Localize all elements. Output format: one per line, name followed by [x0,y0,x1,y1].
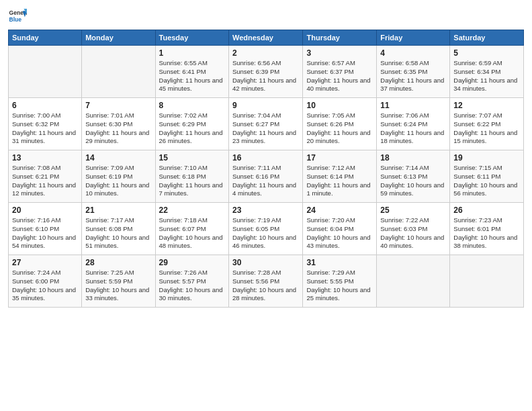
day-number: 28 [85,258,151,267]
calendar-cell: 17Sunrise: 7:12 AMSunset: 6:14 PMDayligh… [303,150,377,203]
day-number: 7 [85,101,151,110]
day-number: 27 [12,258,78,267]
day-info: Sunrise: 7:07 AMSunset: 6:22 PMDaylight:… [453,111,520,146]
page-header: General Blue [8,7,524,26]
day-info: Sunrise: 6:56 AMSunset: 6:39 PMDaylight:… [232,59,300,93]
calendar-cell: 28Sunrise: 7:25 AMSunset: 5:59 PMDayligh… [82,255,155,308]
weekday-tuesday: Tuesday [155,30,228,46]
calendar-week-3: 13Sunrise: 7:08 AMSunset: 6:21 PMDayligh… [9,150,524,203]
day-number: 24 [306,205,373,215]
day-info: Sunrise: 7:26 AMSunset: 5:57 PMDaylight:… [159,269,225,303]
day-number: 25 [380,205,446,215]
calendar-cell: 11Sunrise: 7:06 AMSunset: 6:24 PMDayligh… [377,98,450,150]
calendar-week-5: 27Sunrise: 7:24 AMSunset: 6:00 PMDayligh… [9,255,524,308]
day-number: 8 [159,101,225,110]
calendar-week-1: 1Sunrise: 6:55 AMSunset: 6:41 PMDaylight… [9,46,524,98]
day-number: 19 [453,153,520,163]
day-info: Sunrise: 7:05 AMSunset: 6:26 PMDaylight:… [306,111,373,146]
day-info: Sunrise: 7:19 AMSunset: 6:05 PMDaylight:… [232,216,300,250]
calendar-cell: 8Sunrise: 7:02 AMSunset: 6:29 PMDaylight… [155,98,228,150]
calendar-cell: 24Sunrise: 7:20 AMSunset: 6:04 PMDayligh… [303,203,377,255]
calendar-cell: 5Sunrise: 6:59 AMSunset: 6:34 PMDaylight… [450,46,524,98]
day-info: Sunrise: 7:01 AMSunset: 6:30 PMDaylight:… [85,111,151,146]
day-info: Sunrise: 7:25 AMSunset: 5:59 PMDaylight:… [85,269,151,303]
day-number: 10 [306,101,373,110]
weekday-monday: Monday [82,30,155,46]
calendar-cell: 7Sunrise: 7:01 AMSunset: 6:30 PMDaylight… [82,98,155,150]
day-number: 26 [453,205,520,215]
calendar-cell: 25Sunrise: 7:22 AMSunset: 6:03 PMDayligh… [377,203,450,255]
day-number: 31 [306,258,373,267]
calendar-cell: 16Sunrise: 7:11 AMSunset: 6:16 PMDayligh… [228,150,303,203]
calendar-cell: 10Sunrise: 7:05 AMSunset: 6:26 PMDayligh… [303,98,377,150]
day-info: Sunrise: 7:12 AMSunset: 6:14 PMDaylight:… [306,164,373,198]
calendar-cell: 3Sunrise: 6:57 AMSunset: 6:37 PMDaylight… [303,46,377,98]
weekday-friday: Friday [377,30,450,46]
day-info: Sunrise: 7:22 AMSunset: 6:03 PMDaylight:… [380,216,446,250]
day-number: 18 [380,153,446,163]
day-info: Sunrise: 7:00 AMSunset: 6:32 PMDaylight:… [12,111,78,146]
weekday-header-row: SundayMondayTuesdayWednesdayThursdayFrid… [9,30,524,46]
day-info: Sunrise: 7:29 AMSunset: 5:55 PMDaylight:… [306,269,373,303]
day-info: Sunrise: 7:28 AMSunset: 5:56 PMDaylight:… [232,269,300,303]
day-info: Sunrise: 7:18 AMSunset: 6:07 PMDaylight:… [159,216,225,250]
day-info: Sunrise: 7:11 AMSunset: 6:16 PMDaylight:… [232,164,300,198]
calendar-cell: 22Sunrise: 7:18 AMSunset: 6:07 PMDayligh… [155,203,228,255]
day-number: 4 [380,48,446,58]
day-number: 23 [232,205,300,215]
calendar-cell: 23Sunrise: 7:19 AMSunset: 6:05 PMDayligh… [228,203,303,255]
day-number: 1 [159,48,225,58]
day-number: 2 [232,48,300,58]
calendar-cell: 4Sunrise: 6:58 AMSunset: 6:35 PMDaylight… [377,46,450,98]
day-number: 30 [232,258,300,267]
calendar-cell: 12Sunrise: 7:07 AMSunset: 6:22 PMDayligh… [450,98,524,150]
weekday-wednesday: Wednesday [228,30,303,46]
day-number: 16 [232,153,300,163]
day-info: Sunrise: 7:04 AMSunset: 6:27 PMDaylight:… [232,111,300,146]
day-number: 5 [453,48,520,58]
day-info: Sunrise: 7:20 AMSunset: 6:04 PMDaylight:… [306,216,373,250]
day-number: 29 [159,258,225,267]
day-number: 20 [12,205,78,215]
day-info: Sunrise: 7:15 AMSunset: 6:11 PMDaylight:… [453,164,520,198]
day-number: 21 [85,205,151,215]
day-info: Sunrise: 7:16 AMSunset: 6:10 PMDaylight:… [12,216,78,250]
day-number: 14 [85,153,151,163]
day-info: Sunrise: 6:58 AMSunset: 6:35 PMDaylight:… [380,59,446,93]
calendar-cell: 21Sunrise: 7:17 AMSunset: 6:08 PMDayligh… [82,203,155,255]
logo-icon: General Blue [8,7,27,26]
day-info: Sunrise: 7:17 AMSunset: 6:08 PMDaylight:… [85,216,151,250]
calendar-cell: 26Sunrise: 7:23 AMSunset: 6:01 PMDayligh… [450,203,524,255]
logo: General Blue [8,7,27,26]
weekday-saturday: Saturday [450,30,524,46]
svg-text:Blue: Blue [9,16,22,23]
day-number: 13 [12,153,78,163]
calendar-cell: 1Sunrise: 6:55 AMSunset: 6:41 PMDaylight… [155,46,228,98]
calendar-cell: 9Sunrise: 7:04 AMSunset: 6:27 PMDaylight… [228,98,303,150]
calendar-cell: 14Sunrise: 7:09 AMSunset: 6:19 PMDayligh… [82,150,155,203]
calendar-cell: 18Sunrise: 7:14 AMSunset: 6:13 PMDayligh… [377,150,450,203]
calendar-cell: 29Sunrise: 7:26 AMSunset: 5:57 PMDayligh… [155,255,228,308]
calendar-cell [9,46,82,98]
calendar-cell: 13Sunrise: 7:08 AMSunset: 6:21 PMDayligh… [9,150,82,203]
day-number: 6 [12,101,78,110]
day-info: Sunrise: 6:59 AMSunset: 6:34 PMDaylight:… [453,59,520,93]
calendar-cell: 6Sunrise: 7:00 AMSunset: 6:32 PMDaylight… [9,98,82,150]
day-number: 9 [232,101,300,110]
calendar-cell: 2Sunrise: 6:56 AMSunset: 6:39 PMDaylight… [228,46,303,98]
day-info: Sunrise: 7:08 AMSunset: 6:21 PMDaylight:… [12,164,78,198]
calendar-table: SundayMondayTuesdayWednesdayThursdayFrid… [8,30,524,308]
day-info: Sunrise: 7:06 AMSunset: 6:24 PMDaylight:… [380,111,446,146]
day-number: 11 [380,101,446,110]
calendar-cell: 15Sunrise: 7:10 AMSunset: 6:18 PMDayligh… [155,150,228,203]
calendar-cell [82,46,155,98]
day-info: Sunrise: 7:23 AMSunset: 6:01 PMDaylight:… [453,216,520,250]
calendar-cell: 30Sunrise: 7:28 AMSunset: 5:56 PMDayligh… [228,255,303,308]
calendar-body: 1Sunrise: 6:55 AMSunset: 6:41 PMDaylight… [9,46,524,308]
calendar-week-4: 20Sunrise: 7:16 AMSunset: 6:10 PMDayligh… [9,203,524,255]
day-info: Sunrise: 7:09 AMSunset: 6:19 PMDaylight:… [85,164,151,198]
day-info: Sunrise: 7:02 AMSunset: 6:29 PMDaylight:… [159,111,225,146]
calendar-cell [377,255,450,308]
day-info: Sunrise: 7:10 AMSunset: 6:18 PMDaylight:… [159,164,225,198]
day-number: 15 [159,153,225,163]
